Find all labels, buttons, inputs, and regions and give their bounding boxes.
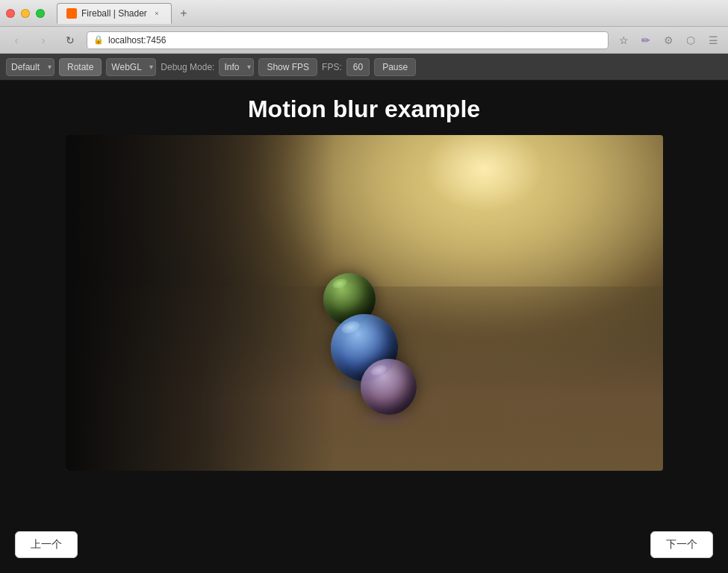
reload-button[interactable]: ↻	[60, 30, 81, 51]
back-button[interactable]: ‹	[6, 30, 27, 51]
address-input-wrap[interactable]: 🔒 localhost:7456	[87, 31, 609, 49]
bookmark-icon[interactable]: ☆	[615, 31, 632, 49]
extension-icon-1[interactable]: ✏	[637, 31, 655, 49]
title-bar: Fireball | Shader × +	[0, 0, 728, 27]
active-tab[interactable]: Fireball | Shader ×	[57, 3, 172, 24]
fps-label: FPS:	[322, 62, 342, 72]
page-title: Motion blur example	[248, 96, 480, 123]
menu-icon[interactable]: ☰	[704, 31, 722, 49]
rotate-button[interactable]: Rotate	[59, 58, 102, 76]
next-page-button[interactable]: 下一个	[650, 531, 713, 558]
lock-icon: 🔒	[93, 35, 104, 45]
nav-buttons: 上一个 下一个	[0, 531, 728, 558]
canvas-area	[66, 135, 663, 471]
browser-toolbar-right: ☆ ✏ ⚙ ⬡ ☰	[615, 31, 722, 49]
prev-page-button[interactable]: 上一个	[15, 531, 78, 558]
forward-button[interactable]: ›	[33, 30, 54, 51]
show-fps-button[interactable]: Show FPS	[258, 58, 317, 76]
close-button[interactable]	[6, 9, 15, 18]
extension-icon-2[interactable]: ⚙	[659, 31, 677, 49]
pause-button[interactable]: Pause	[374, 58, 416, 76]
tab-close-btn[interactable]: ×	[152, 8, 162, 19]
tab-bar: Fireball | Shader × +	[57, 3, 194, 24]
fps-value: 60	[346, 58, 370, 76]
sphere-purple	[361, 359, 417, 415]
default-select[interactable]: Default	[6, 58, 55, 76]
traffic-lights	[6, 9, 45, 18]
debug-mode-label: Debug Mode:	[161, 62, 214, 72]
tab-label: Fireball | Shader	[81, 8, 147, 19]
main-content: Motion blur example 上一个 下一个	[0, 81, 728, 573]
url-display: localhost:7456	[108, 35, 602, 46]
debug-mode-select-wrap: Info	[219, 58, 254, 76]
tab-favicon	[66, 8, 77, 19]
app-toolbar: Default Rotate WebGL Debug Mode: Info Sh…	[0, 54, 728, 81]
webgl-select[interactable]: WebGL	[106, 58, 156, 76]
default-select-wrap: Default	[6, 58, 55, 76]
new-tab-button[interactable]: +	[173, 3, 194, 24]
address-bar: ‹ › ↻ 🔒 localhost:7456 ☆ ✏ ⚙ ⬡ ☰	[0, 27, 728, 54]
3d-scene	[66, 135, 663, 471]
extension-icon-3[interactable]: ⬡	[682, 31, 700, 49]
maximize-button[interactable]	[36, 9, 45, 18]
minimize-button[interactable]	[21, 9, 30, 18]
debug-mode-select[interactable]: Info	[219, 58, 254, 76]
webgl-select-wrap: WebGL	[106, 58, 156, 76]
